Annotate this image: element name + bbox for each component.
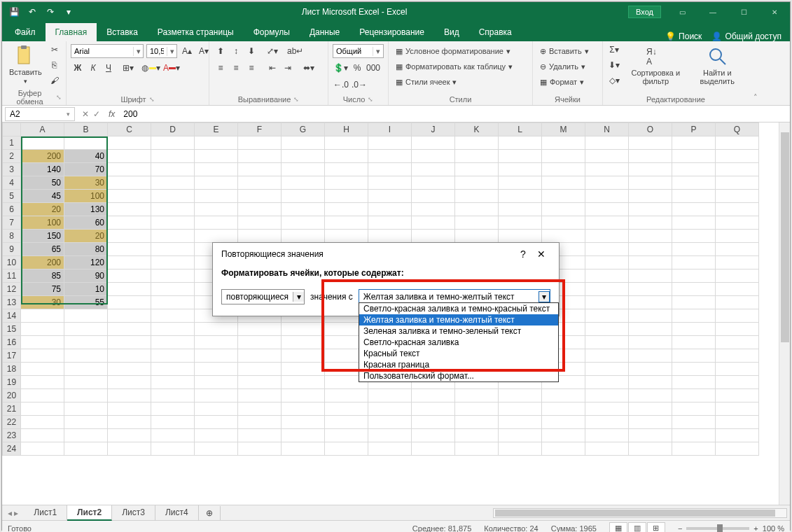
row-header[interactable]: 2	[3, 150, 21, 163]
cell[interactable]	[195, 163, 238, 176]
cell[interactable]	[238, 216, 282, 230]
cell[interactable]	[672, 349, 716, 363]
cell[interactable]	[412, 429, 455, 442]
cell[interactable]	[629, 296, 672, 309]
percent-button[interactable]: %	[350, 61, 364, 75]
cell[interactable]	[542, 230, 585, 243]
column-header[interactable]: G	[282, 123, 325, 136]
cell[interactable]	[325, 150, 368, 163]
cell[interactable]	[195, 363, 238, 376]
cell[interactable]	[108, 349, 151, 363]
cell[interactable]	[108, 176, 151, 190]
cell[interactable]	[325, 442, 368, 456]
cell[interactable]	[21, 309, 64, 323]
cell[interactable]	[499, 230, 542, 243]
dropdown-option[interactable]: Зеленая заливка и темно-зеленый текст	[359, 326, 558, 337]
cell[interactable]	[629, 363, 672, 376]
cell[interactable]	[629, 323, 672, 336]
orientation-button[interactable]: ⤢▾	[265, 44, 279, 58]
cell[interactable]: 45	[21, 190, 64, 203]
normal-view-button[interactable]: ▦	[609, 522, 627, 533]
chevron-down-icon[interactable]: ▾	[133, 47, 143, 56]
cell[interactable]	[368, 190, 412, 203]
cell[interactable]	[238, 176, 282, 190]
cell[interactable]	[629, 309, 672, 323]
cell[interactable]	[585, 336, 629, 349]
cell[interactable]	[195, 216, 238, 230]
cell[interactable]	[672, 376, 716, 389]
cell[interactable]	[585, 363, 629, 376]
column-header[interactable]: P	[672, 123, 716, 136]
cell[interactable]	[585, 190, 629, 203]
cell[interactable]	[368, 176, 412, 190]
cell[interactable]	[151, 150, 195, 163]
cell[interactable]	[585, 176, 629, 190]
fill-color-button[interactable]: ◍▾	[141, 61, 161, 75]
cell[interactable]	[585, 442, 629, 456]
cell[interactable]	[585, 230, 629, 243]
cell[interactable]	[716, 296, 759, 309]
chevron-down-icon[interactable]: ▾	[293, 292, 304, 302]
cell[interactable]	[368, 416, 412, 429]
row-header[interactable]: 9	[3, 243, 21, 256]
minimize-button[interactable]: —	[697, 2, 728, 22]
cell[interactable]	[716, 402, 759, 416]
align-center-button[interactable]: ≡	[229, 61, 243, 75]
cell[interactable]	[716, 336, 759, 349]
cell[interactable]	[108, 336, 151, 349]
cell[interactable]	[108, 230, 151, 243]
cell[interactable]	[542, 389, 585, 402]
cell[interactable]	[195, 389, 238, 402]
cell[interactable]	[716, 309, 759, 323]
cell[interactable]	[412, 230, 455, 243]
cell[interactable]: 30	[64, 176, 108, 190]
cell[interactable]	[21, 402, 64, 416]
cell[interactable]	[585, 376, 629, 389]
cell[interactable]	[629, 256, 672, 270]
cell[interactable]	[282, 389, 325, 402]
cell[interactable]: 130	[64, 203, 108, 216]
cell[interactable]	[108, 283, 151, 296]
cell[interactable]	[585, 389, 629, 402]
cell[interactable]	[672, 296, 716, 309]
clear-button[interactable]: ◇▾	[607, 74, 621, 88]
cell[interactable]	[499, 402, 542, 416]
cell[interactable]	[412, 402, 455, 416]
cell[interactable]	[672, 270, 716, 283]
cell[interactable]	[21, 323, 64, 336]
share-button[interactable]: 👤Общий доступ	[711, 31, 781, 41]
cell[interactable]	[238, 230, 282, 243]
cell[interactable]: 200	[21, 256, 64, 270]
cell[interactable]	[585, 283, 629, 296]
cell[interactable]	[108, 429, 151, 442]
cell[interactable]	[499, 203, 542, 216]
cell[interactable]: 65	[21, 243, 64, 256]
cell[interactable]	[629, 349, 672, 363]
alignment-launcher-icon[interactable]: ⤡	[293, 96, 299, 103]
cell[interactable]	[21, 376, 64, 389]
cell[interactable]	[629, 376, 672, 389]
paste-button[interactable]: Вставить ▾	[6, 43, 45, 86]
align-left-button[interactable]: ≡	[214, 61, 228, 75]
cell[interactable]	[585, 256, 629, 270]
cell[interactable]	[195, 416, 238, 429]
cell[interactable]: 100	[64, 190, 108, 203]
cell[interactable]	[542, 402, 585, 416]
column-header[interactable]: E	[195, 123, 238, 136]
cell[interactable]	[716, 389, 759, 402]
cell[interactable]	[21, 416, 64, 429]
cell[interactable]	[542, 136, 585, 150]
cell[interactable]	[325, 163, 368, 176]
name-box[interactable]: A2▾	[5, 107, 75, 121]
cell[interactable]	[672, 190, 716, 203]
page-break-view-button[interactable]: ⊞	[647, 522, 665, 533]
cell[interactable]	[672, 416, 716, 429]
cell[interactable]	[282, 402, 325, 416]
sheet-nav[interactable]: ◂ ▸	[2, 508, 24, 518]
cell[interactable]	[412, 389, 455, 402]
cell[interactable]	[672, 230, 716, 243]
maximize-button[interactable]: ☐	[728, 2, 759, 22]
row-header[interactable]: 20	[3, 389, 21, 402]
accounting-button[interactable]: 💲▾	[333, 61, 349, 75]
autosum-button[interactable]: Σ▾	[607, 43, 621, 57]
